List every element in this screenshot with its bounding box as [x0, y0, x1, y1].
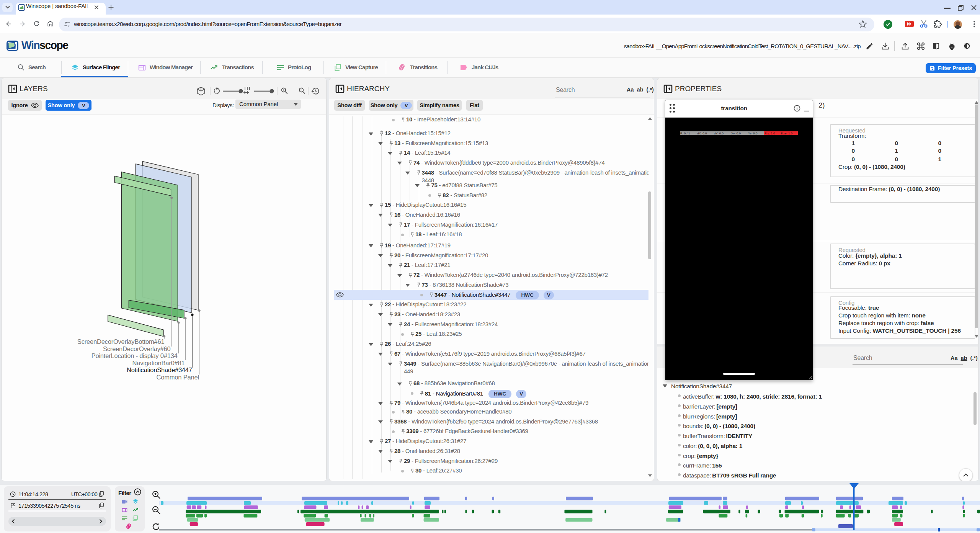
svg-text:ScreenDecorOverlayBottom#61: ScreenDecorOverlayBottom#61 [77, 338, 165, 345]
svg-text:NavigationBar0#81: NavigationBar0#81 [132, 360, 185, 366]
svg-text:ScreenDecorOverlay#60: ScreenDecorOverlay#60 [103, 345, 170, 352]
svg-text:PointerLocation - display 0#13: PointerLocation - display 0#134 [91, 352, 178, 359]
svg-text:Common Panel: Common Panel [157, 374, 199, 381]
svg-text:NotificationShade#3447: NotificationShade#3447 [127, 366, 192, 373]
